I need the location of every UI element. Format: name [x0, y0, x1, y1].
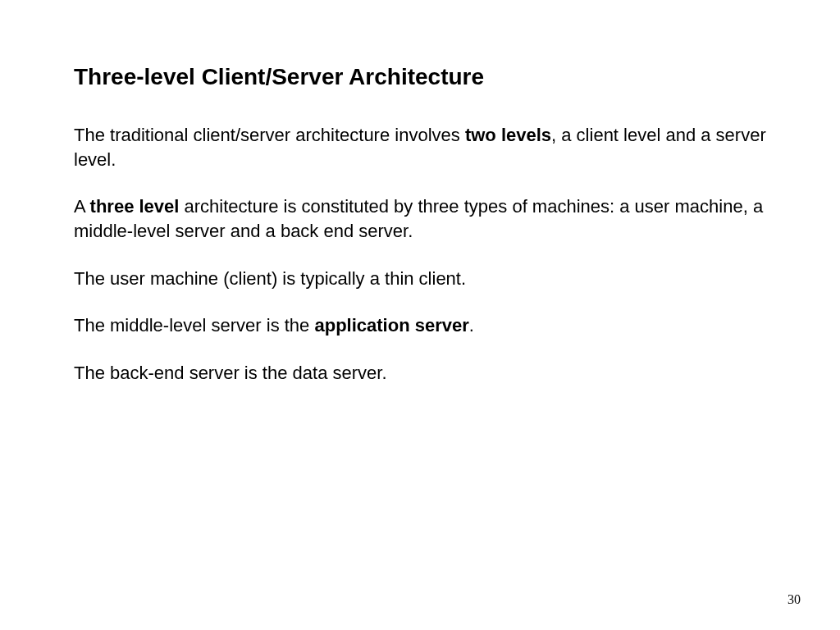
paragraph-5: The back-end server is the data server. [74, 361, 766, 386]
paragraph-2: A three level architecture is constitute… [74, 194, 766, 243]
paragraph-1: The traditional client/server architectu… [74, 123, 766, 171]
bold-text: two levels [465, 125, 551, 145]
bold-text: application server [314, 315, 468, 336]
text-span: The back-end server is the data server. [74, 363, 387, 383]
text-span: The traditional client/server architectu… [74, 125, 465, 145]
page-number: 30 [788, 592, 801, 607]
slide-title: Three-level Client/Server Architecture [74, 64, 766, 90]
text-span: The user machine (client) is typically a… [74, 268, 466, 289]
text-span: A [74, 196, 90, 217]
text-span: The middle-level server is the [74, 315, 314, 336]
text-span: . [469, 315, 474, 336]
paragraph-3: The user machine (client) is typically a… [74, 267, 766, 291]
paragraph-4: The middle-level server is the applicati… [74, 313, 766, 338]
bold-text: three level [90, 196, 180, 217]
